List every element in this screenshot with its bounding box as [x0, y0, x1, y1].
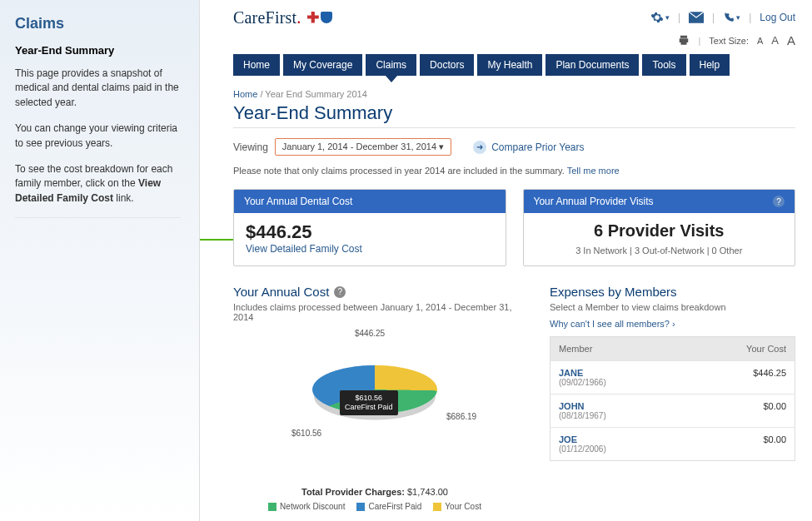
annual-provider-visits-card: Your Annual Provider Visits? 6 Provider … [523, 189, 796, 266]
chevron-right-icon: › [672, 319, 675, 329]
main-content: CareFirst. ▾ | | ▾ | Log Out [200, 0, 812, 521]
shield-icon [321, 12, 332, 23]
breadcrumb: Home / Year End Summary 2014 [233, 89, 795, 99]
nav-help[interactable]: Help [690, 54, 730, 76]
members-table: Member Your Cost JANE(09/02/1966)$446.25… [550, 336, 795, 461]
logo: CareFirst. [233, 8, 332, 27]
compare-prior-years-link[interactable]: ➜ Compare Prior Years [473, 141, 584, 154]
member-dob: (01/12/2006) [559, 444, 671, 454]
contact-menu[interactable]: ▾ [723, 12, 740, 23]
members-col-cost: Your Cost [680, 337, 795, 361]
summary-notice: Please note that only claims processed i… [233, 166, 795, 176]
nav-my-coverage[interactable]: My Coverage [283, 54, 362, 76]
help-subtitle: Year-End Summary [15, 44, 181, 57]
cross-icon [307, 12, 319, 23]
nav-home[interactable]: Home [233, 54, 280, 76]
arrow-right-icon: ➜ [473, 141, 486, 154]
member-dob: (08/18/1967) [559, 411, 671, 420]
nav-claims[interactable]: Claims [366, 54, 416, 76]
table-row: JOHN(08/18/1967)$0.00 [550, 394, 795, 428]
help-panel: Claims Year-End Summary This page provid… [0, 0, 200, 521]
page-title: Year-End Summary [233, 102, 795, 128]
legend-item: Network Discount [268, 502, 345, 511]
member-name-link[interactable]: JANE [559, 368, 671, 378]
member-name-link[interactable]: JOHN [559, 401, 671, 411]
pie-tooltip: $610.56CareFirst Paid [340, 390, 398, 415]
view-detailed-family-cost-link[interactable]: View Detailed Family Cost [246, 243, 494, 255]
viewing-label: Viewing [233, 141, 268, 153]
pie-label-your-cost: $446.25 [355, 329, 385, 338]
mail-icon [689, 12, 704, 23]
annual-cost-range: Includes claims processed between Januar… [233, 302, 516, 322]
member-cost: $0.00 [680, 394, 795, 428]
nav-my-health[interactable]: My Health [477, 54, 542, 76]
text-size-small[interactable]: A [757, 36, 763, 46]
print-icon [678, 34, 690, 46]
text-size-label: Text Size: [709, 36, 749, 46]
breadcrumb-current: Year End Summary 2014 [265, 89, 367, 99]
legend-item: Your Cost [433, 502, 481, 511]
main-nav: HomeMy CoverageClaimsDoctorsMy HealthPla… [233, 54, 795, 76]
settings-menu[interactable]: ▾ [650, 11, 670, 24]
members-col-member: Member [550, 337, 680, 361]
provider-visits-count: 6 Provider Visits [536, 221, 784, 241]
why-cant-see-members-link[interactable]: Why can't I see all members? › [550, 319, 675, 329]
tell-me-more-link[interactable]: Tell me more [567, 166, 620, 176]
help-title: Claims [15, 15, 181, 32]
pie-label-carefirst-paid: $610.56 [291, 429, 321, 438]
provider-visits-breakdown: 3 In Network | 3 Out-of-Network | 0 Othe… [536, 246, 784, 256]
chart-legend: Network DiscountCareFirst PaidYour Cost [233, 502, 516, 511]
dental-cost-amount: $446.25 [246, 221, 494, 243]
members-note: Select a Member to view claims breakdown [550, 302, 795, 312]
help-p1: This page provides a snapshot of medical… [15, 67, 181, 110]
logout-link[interactable]: Log Out [760, 12, 795, 23]
text-size-medium[interactable]: A [771, 34, 779, 47]
table-row: JANE(09/02/1966)$446.25 [550, 361, 795, 394]
nav-doctors[interactable]: Doctors [420, 54, 474, 76]
gear-icon [650, 11, 664, 24]
nav-tools[interactable]: Tools [642, 54, 685, 76]
annual-dental-cost-card: Your Annual Dental Cost $446.25 View Det… [233, 189, 506, 266]
breadcrumb-home[interactable]: Home [233, 89, 257, 99]
phone-icon [723, 12, 735, 23]
help-p3: To see the cost breakdown for each famil… [15, 162, 181, 206]
viewing-range-select[interactable]: January 1, 2014 - December 31, 2014 ▾ [275, 138, 451, 156]
help-p2: You can change your viewing criteria to … [15, 122, 181, 151]
expenses-by-members-title: Expenses by Members [550, 285, 795, 299]
messages-link[interactable] [689, 12, 704, 23]
text-size-large[interactable]: A [787, 33, 795, 47]
member-dob: (09/02/1966) [559, 378, 671, 387]
annual-cost-pie-chart: $446.25 $610.56 $686.19 $610.56CareFirst… [233, 329, 516, 487]
annual-cost-title: Your Annual Cost ? [233, 285, 516, 299]
nav-plan-documents[interactable]: Plan Documents [545, 54, 639, 76]
help-icon[interactable]: ? [773, 196, 785, 207]
print-button[interactable] [678, 34, 690, 47]
legend-item: CareFirst Paid [356, 502, 421, 511]
member-cost: $0.00 [680, 428, 795, 461]
member-name-link[interactable]: JOE [559, 434, 671, 444]
total-provider-charges: Total Provider Charges: $1,743.00 [233, 487, 516, 497]
help-icon[interactable]: ? [334, 286, 346, 298]
logo-emblems [307, 12, 332, 23]
member-cost: $446.25 [680, 361, 795, 394]
pie-label-network-discount: $686.19 [446, 412, 476, 421]
table-row: JOE(01/12/2006)$0.00 [550, 428, 795, 461]
